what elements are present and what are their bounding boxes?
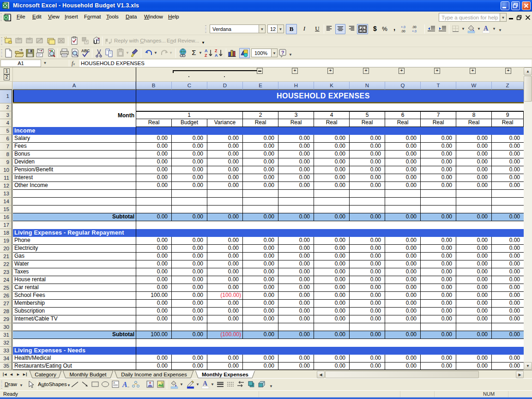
svg-text:Category: Category xyxy=(35,372,56,377)
svg-text:◄a►: ◄a► xyxy=(359,27,366,30)
svg-text:Z: Z xyxy=(215,48,218,53)
svg-text:+.0: +.0 xyxy=(412,30,417,33)
svg-text:+.0: +.0 xyxy=(401,25,405,29)
svg-text:Monthly Budget: Monthly Budget xyxy=(70,372,107,377)
svg-text:ABC: ABC xyxy=(81,48,90,53)
svg-text:A: A xyxy=(122,381,127,388)
svg-text:.00: .00 xyxy=(401,30,405,33)
svg-text:Z: Z xyxy=(205,53,207,58)
svg-text:Monthly Expenses: Monthly Expenses xyxy=(202,372,248,377)
svg-text:A: A xyxy=(203,380,208,387)
svg-text:?: ? xyxy=(281,50,284,55)
svg-text:A: A xyxy=(215,53,218,58)
svg-text:Daily Income and Expenses: Daily Income and Expenses xyxy=(121,372,187,377)
svg-text:A: A xyxy=(205,48,208,53)
svg-text:A: A xyxy=(113,381,115,384)
svg-text:.00: .00 xyxy=(412,25,417,29)
